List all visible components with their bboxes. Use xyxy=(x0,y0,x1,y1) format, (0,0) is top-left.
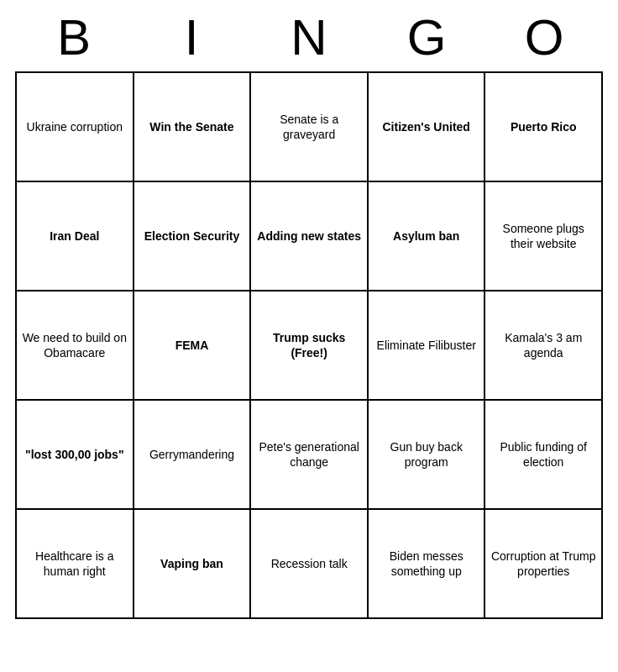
cell-r3-c2: Pete's generational change xyxy=(250,400,368,509)
cell-r4-c2: Recession talk xyxy=(250,509,368,618)
cell-r1-c3: Asylum ban xyxy=(368,181,485,291)
cell-r2-c0: We need to build on Obamacare xyxy=(16,291,134,400)
bingo-letter: B xyxy=(15,8,133,66)
bingo-header: BINGO xyxy=(15,8,603,66)
cell-r0-c3: Citizen's United xyxy=(368,72,485,181)
bingo-letter: N xyxy=(250,8,368,66)
cell-r1-c2: Adding new states xyxy=(250,181,368,291)
cell-r3-c0: "lost 300,00 jobs" xyxy=(16,400,134,509)
cell-r2-c3: Eliminate Filibuster xyxy=(368,291,485,400)
cell-r0-c4: Puerto Rico xyxy=(484,72,602,181)
cell-r3-c1: Gerrymandering xyxy=(134,400,251,509)
bingo-grid: Ukraine corruptionWin the SenateSenate i… xyxy=(15,71,603,619)
cell-r1-c0: Iran Deal xyxy=(16,181,134,291)
cell-r2-c4: Kamala's 3 am agenda xyxy=(484,291,602,400)
cell-r4-c0: Healthcare is a human right xyxy=(16,509,134,618)
cell-r2-c2: Trump sucks (Free!) xyxy=(250,291,368,400)
cell-r4-c3: Biden messes something up xyxy=(368,509,485,618)
cell-r3-c4: Public funding of election xyxy=(484,400,602,509)
cell-r4-c1: Vaping ban xyxy=(134,509,251,618)
cell-r0-c1: Win the Senate xyxy=(134,72,251,181)
bingo-letter: O xyxy=(485,8,603,66)
cell-r1-c1: Election Security xyxy=(134,181,251,291)
cell-r1-c4: Someone plugs their website xyxy=(484,181,602,291)
bingo-letter: I xyxy=(133,8,250,66)
cell-r0-c0: Ukraine corruption xyxy=(16,72,134,181)
cell-r2-c1: FEMA xyxy=(134,291,251,400)
cell-r4-c4: Corruption at Trump properties xyxy=(484,509,602,618)
cell-r3-c3: Gun buy back program xyxy=(368,400,485,509)
cell-r0-c2: Senate is a graveyard xyxy=(250,72,368,181)
bingo-letter: G xyxy=(368,8,485,66)
